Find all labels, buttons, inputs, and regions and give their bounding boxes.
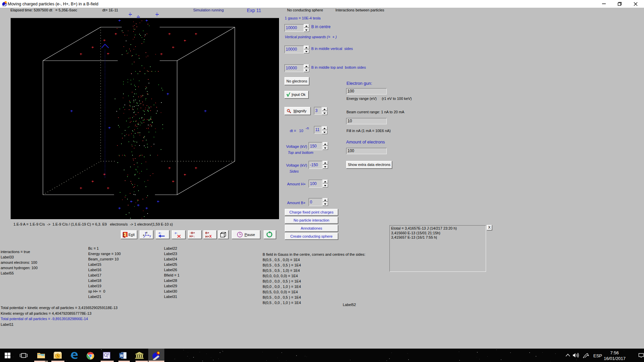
svg-text:W: W (120, 354, 123, 358)
svg-text:e-: e- (175, 231, 177, 235)
svg-text:z: z (146, 231, 148, 234)
svg-text:x: x (143, 234, 145, 237)
svg-text:e-: e- (159, 231, 161, 235)
svg-text:y: y (150, 234, 151, 237)
